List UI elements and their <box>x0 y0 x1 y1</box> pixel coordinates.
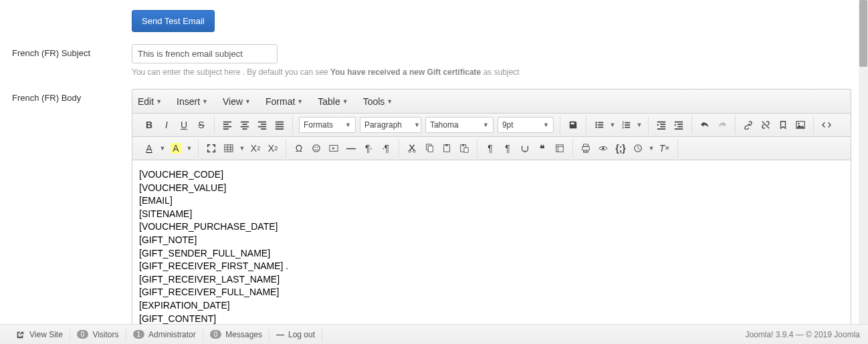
send-test-email-button[interactable]: Send Test Email <box>132 10 215 32</box>
undo-button[interactable] <box>696 117 714 133</box>
joomla-version: Joomla! 3.9.4 — © 2019 Joomla <box>745 330 860 339</box>
bullet-list-button[interactable] <box>590 117 608 133</box>
bullet-list-caret[interactable]: ▼ <box>608 117 617 133</box>
messages-count[interactable]: 0Messages <box>203 329 269 341</box>
subject-help: You can enter the subject here . By defa… <box>132 67 851 77</box>
fontsize-select[interactable]: 9pt▼ <box>498 117 554 133</box>
italic-button[interactable]: I <box>158 117 175 133</box>
svg-rect-19 <box>556 145 564 152</box>
align-center-button[interactable] <box>236 117 253 133</box>
redo-button[interactable] <box>714 117 731 133</box>
show-blocks-button[interactable]: ¶ <box>481 140 499 156</box>
blockquote-button[interactable]: ❝ <box>534 140 551 156</box>
subscript-button[interactable]: X2 <box>247 140 264 156</box>
svg-point-1 <box>595 124 597 126</box>
menu-insert[interactable]: Insert▼ <box>177 96 208 107</box>
show-invisible-button[interactable]: ¶ <box>499 140 516 156</box>
code-sample-button[interactable]: {;} <box>612 140 629 156</box>
svg-point-8 <box>317 146 318 148</box>
svg-rect-17 <box>462 144 464 146</box>
menu-edit[interactable]: Edit▼ <box>138 96 162 107</box>
align-justify-button[interactable] <box>271 117 288 133</box>
svg-rect-5 <box>225 145 233 152</box>
rtl-button[interactable]: ‹¶ <box>377 140 395 156</box>
copy-button[interactable] <box>421 140 438 156</box>
editor-toolbar-row1: B I U S Formats▼ Paragraph▼ Taho <box>132 114 851 137</box>
number-list-button[interactable] <box>617 117 635 133</box>
save-button[interactable] <box>564 117 582 133</box>
menu-tools[interactable]: Tools▼ <box>363 96 393 107</box>
svg-point-20 <box>602 147 605 150</box>
svg-point-0 <box>595 122 597 124</box>
font-select[interactable]: Tahoma▼ <box>425 117 494 133</box>
bg-color-caret[interactable]: ▼ <box>185 140 194 156</box>
fullscreen-button[interactable] <box>203 140 220 156</box>
template-button[interactable] <box>551 140 568 156</box>
svg-point-2 <box>595 126 597 128</box>
datetime-caret[interactable]: ▼ <box>647 140 656 156</box>
body-label: French (FR) Body <box>0 89 132 103</box>
scrollbar-track[interactable] <box>859 0 868 324</box>
svg-point-6 <box>313 145 320 152</box>
image-button[interactable] <box>792 117 809 133</box>
status-bar: View Site 0Visitors 1Administrator 0Mess… <box>0 324 868 344</box>
svg-point-4 <box>798 123 799 124</box>
logout-link[interactable]: —Log out <box>269 329 322 341</box>
bg-color-button[interactable]: A <box>167 140 185 156</box>
superscript-button[interactable]: X2 <box>264 140 282 156</box>
ltr-button[interactable]: ¶› <box>360 140 377 156</box>
clear-format-button[interactable]: T✕ <box>656 140 673 156</box>
align-left-button[interactable] <box>219 117 236 133</box>
svg-rect-13 <box>428 146 433 152</box>
paragraph-select[interactable]: Paragraph▼ <box>360 117 421 133</box>
indent-button[interactable] <box>670 117 687 133</box>
subject-input[interactable] <box>132 44 278 63</box>
emoji-button[interactable] <box>308 140 325 156</box>
hr-button[interactable]: — <box>342 140 360 156</box>
print-button[interactable] <box>577 140 594 156</box>
cut-button[interactable] <box>403 140 421 156</box>
underline-button[interactable]: U <box>175 117 193 133</box>
special-char-button[interactable]: Ω <box>290 140 308 156</box>
subject-label: French (FR) Subject <box>0 44 132 58</box>
scrollbar-thumb[interactable] <box>859 0 867 67</box>
svg-rect-15 <box>445 144 448 146</box>
rich-text-editor: Edit▼ Insert▼ View▼ Format▼ Table▼ Tools… <box>132 89 851 344</box>
text-color-button[interactable]: A <box>140 140 158 156</box>
external-link-icon <box>15 329 25 340</box>
svg-rect-18 <box>464 148 468 152</box>
bold-button[interactable]: B <box>140 117 158 133</box>
editor-content[interactable]: [VOUCHER_CODE][VOUCHER_VALUE][EMAIL][SIT… <box>132 160 851 344</box>
table-button[interactable] <box>220 140 237 156</box>
align-right-button[interactable] <box>253 117 271 133</box>
menu-table[interactable]: Table▼ <box>318 96 348 107</box>
unlink-button[interactable] <box>757 117 774 133</box>
menu-view[interactable]: View▼ <box>223 96 251 107</box>
bookmark-button[interactable] <box>774 117 792 133</box>
text-color-caret[interactable]: ▼ <box>158 140 167 156</box>
nonbreaking-button[interactable] <box>516 140 534 156</box>
preview-button[interactable] <box>594 140 612 156</box>
admin-count[interactable]: 1Administrator <box>126 329 203 341</box>
svg-point-7 <box>314 146 316 148</box>
link-button[interactable] <box>740 117 757 133</box>
editor-toolbar-row2: A ▼ A ▼ ▼ X2 X2 Ω <box>132 137 851 160</box>
view-site-link[interactable]: View Site <box>8 329 70 341</box>
outdent-button[interactable] <box>653 117 670 133</box>
strikethrough-button[interactable]: S <box>193 117 210 133</box>
embed-button[interactable] <box>325 140 342 156</box>
table-caret[interactable]: ▼ <box>237 140 247 156</box>
datetime-button[interactable] <box>629 140 647 156</box>
source-code-button[interactable] <box>818 117 835 133</box>
editor-menubar: Edit▼ Insert▼ View▼ Format▼ Table▼ Tools… <box>132 90 851 114</box>
paste-text-button[interactable] <box>455 140 473 156</box>
number-list-caret[interactable]: ▼ <box>635 117 644 133</box>
paste-button[interactable] <box>438 140 455 156</box>
formats-select[interactable]: Formats▼ <box>299 117 356 133</box>
menu-format[interactable]: Format▼ <box>265 96 303 107</box>
visitors-count[interactable]: 0Visitors <box>70 329 126 341</box>
